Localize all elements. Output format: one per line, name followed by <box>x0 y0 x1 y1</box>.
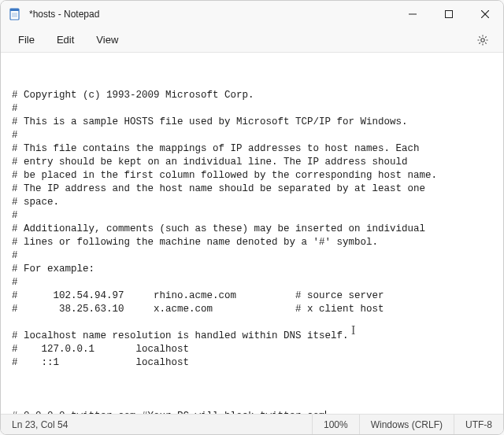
editor-last-line: # 0.0.0.0 twitter.com #Your PC will bloc… <box>12 410 492 414</box>
window-controls <box>395 1 503 28</box>
status-bar: Ln 23, Col 54 100% Windows (CRLF) UTF-8 <box>1 414 503 434</box>
editor-line: # 102.54.94.97 rhino.acme.com # source s… <box>12 289 492 303</box>
menu-edit[interactable]: Edit <box>46 31 85 49</box>
status-position: Ln 23, Col 54 <box>1 415 79 434</box>
status-line-ending: Windows (CRLF) <box>359 415 454 434</box>
editor-line <box>12 370 492 383</box>
editor-line: # Additionally, comments (such as these)… <box>12 223 492 236</box>
svg-rect-6 <box>446 11 453 18</box>
svg-line-15 <box>485 42 486 43</box>
status-zoom[interactable]: 100% <box>312 415 359 434</box>
editor-line <box>12 316 492 330</box>
editor-line: # space. <box>12 196 492 209</box>
editor-last-line-rest: .0.0.0 twitter.com #Your PC will block t… <box>30 411 325 414</box>
editor-line: # 38.25.63.10 x.acme.com # x client host <box>12 303 492 316</box>
editor-line: # ::1 localhost <box>12 356 492 370</box>
editor-line: # This file contains the mappings of IP … <box>12 142 492 156</box>
editor-line: # <box>12 249 492 263</box>
close-button[interactable] <box>467 1 503 28</box>
text-editor[interactable]: # Copyright (c) 1993-2009 Microsoft Corp… <box>1 53 503 414</box>
notepad-icon <box>9 8 21 20</box>
svg-rect-1 <box>10 9 19 11</box>
menu-file[interactable]: File <box>7 31 46 49</box>
editor-line: # entry should be kept on an individual … <box>12 156 492 169</box>
svg-line-16 <box>485 36 486 37</box>
editor-line: # This is a sample HOSTS file used by Mi… <box>12 116 492 129</box>
status-encoding: UTF-8 <box>454 415 503 434</box>
editor-line: # <box>12 276 492 289</box>
maximize-button[interactable] <box>431 1 467 28</box>
spell-error-underline: # 0 <box>12 410 30 414</box>
editor-line: # localhost name resolution is handled w… <box>12 330 492 343</box>
text-caret <box>325 411 326 414</box>
menu-bar: File Edit View <box>1 28 503 53</box>
settings-button[interactable] <box>469 31 497 50</box>
editor-line: # be placed in the first column followed… <box>12 169 492 182</box>
editor-line: # For example: <box>12 263 492 276</box>
status-spacer <box>79 415 312 434</box>
editor-line: # The IP address and the host name shoul… <box>12 182 492 196</box>
editor-line: # <box>12 209 492 223</box>
svg-line-17 <box>479 42 480 43</box>
editor-line: # lines or following the machine name de… <box>12 236 492 249</box>
editor-content: # Copyright (c) 1993-2009 Microsoft Corp… <box>12 89 492 383</box>
menu-view[interactable]: View <box>85 31 129 49</box>
editor-line: # <box>12 102 492 116</box>
window-title: *hosts - Notepad <box>29 9 395 20</box>
svg-point-9 <box>481 38 484 41</box>
editor-line: # <box>12 129 492 142</box>
editor-line: # Copyright (c) 1993-2009 Microsoft Corp… <box>12 89 492 102</box>
editor-line: # 127.0.0.1 localhost <box>12 343 492 356</box>
minimize-button[interactable] <box>395 1 431 28</box>
window-titlebar: *hosts - Notepad <box>1 1 503 28</box>
svg-line-14 <box>479 36 480 37</box>
